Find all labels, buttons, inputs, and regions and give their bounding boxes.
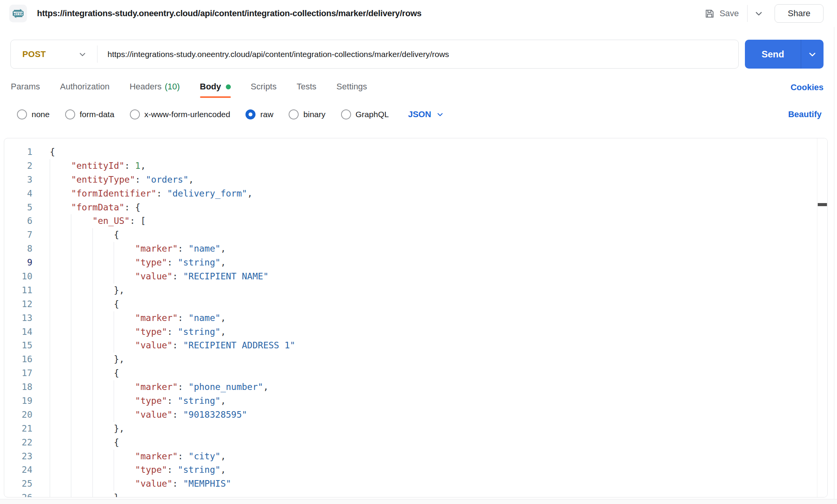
indent-guide xyxy=(92,256,93,270)
code-text: "type": "string", xyxy=(50,463,226,477)
code-text: "formData": { xyxy=(50,201,140,215)
body-language-select[interactable]: JSON xyxy=(408,109,444,119)
indent-guide xyxy=(71,311,71,325)
code-line: 26 }, xyxy=(4,491,827,497)
line-number: 15 xyxy=(4,339,32,353)
mode-label: none xyxy=(32,110,50,119)
body-mode-binary[interactable]: binary xyxy=(289,109,325,119)
code-line: 25 "value": "MEMPHIS" xyxy=(4,477,827,491)
indent-guide xyxy=(71,463,71,477)
send-label[interactable]: Send xyxy=(745,40,801,69)
indent-guide xyxy=(114,242,114,256)
indent-guide xyxy=(71,353,71,366)
tab-label: Scripts xyxy=(251,82,277,92)
code-text: "value": "RECIPIENT NAME" xyxy=(50,270,269,284)
body-mode-raw[interactable]: raw xyxy=(245,109,273,119)
method-chevron-down-icon xyxy=(78,50,87,59)
indent-guide xyxy=(92,491,93,497)
code-text: "value": "9018328595" xyxy=(50,408,247,422)
indent-guide xyxy=(71,422,71,436)
tab-label: Params xyxy=(11,82,40,92)
code-line: 20 "value": "9018328595" xyxy=(4,408,827,422)
tab-authorization[interactable]: Authorization xyxy=(60,79,109,96)
body-raw-editor[interactable]: 1{2 "entityId": 1,3 "entityType": "order… xyxy=(4,138,828,497)
request-url-input[interactable]: https://integrations-study.oneentry.clou… xyxy=(108,50,449,59)
indent-guide xyxy=(50,450,50,464)
code-lines[interactable]: 1{2 "entityId": 1,3 "entityType": "order… xyxy=(4,138,827,497)
share-button[interactable]: Share xyxy=(775,4,824,23)
code-line: 21 }, xyxy=(4,422,827,436)
editor-scrollbar-track xyxy=(817,138,827,497)
code-line: 5 "formData": { xyxy=(4,201,827,215)
indent-guide xyxy=(114,339,114,353)
method-selector[interactable]: POST xyxy=(11,49,97,59)
indent-guide xyxy=(71,325,71,339)
code-text: "entityId": 1, xyxy=(50,159,146,173)
indent-guide xyxy=(50,187,50,201)
request-builder-row: POST https://integrations-study.oneentry… xyxy=(10,40,824,69)
line-number: 17 xyxy=(4,366,32,380)
window-scroll-edge xyxy=(834,0,834,504)
send-options-chevron-down-icon[interactable] xyxy=(801,40,824,69)
indent-guide xyxy=(50,270,50,284)
indent-guide xyxy=(92,284,93,297)
http-request-icon: HTTP xyxy=(9,5,27,22)
indent-guide xyxy=(50,394,50,408)
indent-guide xyxy=(71,380,71,394)
beautify-link[interactable]: Beautify xyxy=(788,109,822,119)
code-text: }, xyxy=(50,353,124,366)
code-line: 13 "marker": "name", xyxy=(4,311,827,325)
indent-guide xyxy=(50,228,50,242)
line-number: 1 xyxy=(4,145,32,159)
line-number: 20 xyxy=(4,408,32,422)
request-tabs: ParamsAuthorizationHeaders(10)BodyScript… xyxy=(0,79,837,96)
code-text: { xyxy=(50,436,119,450)
indent-guide xyxy=(50,173,50,187)
tab-headers[interactable]: Headers(10) xyxy=(129,79,180,96)
code-line: 10 "value": "RECIPIENT NAME" xyxy=(4,270,827,284)
send-button[interactable]: Send xyxy=(745,40,824,69)
indent-guide xyxy=(92,270,93,284)
indent-guide xyxy=(92,311,93,325)
body-mode-none[interactable]: none xyxy=(17,109,50,119)
code-line: 14 "type": "string", xyxy=(4,325,827,339)
indent-guide xyxy=(114,477,114,491)
indent-guide xyxy=(50,491,50,497)
code-line: 19 "type": "string", xyxy=(4,394,827,408)
indent-guide xyxy=(114,325,114,339)
indent-guide xyxy=(92,297,93,311)
code-text: { xyxy=(50,366,119,380)
tab-params[interactable]: Params xyxy=(11,79,40,96)
indent-guide xyxy=(50,408,50,422)
indent-guide xyxy=(71,477,71,491)
save-button[interactable]: Save xyxy=(704,8,739,19)
radio-icon xyxy=(245,109,255,119)
code-text: "en_US": [ xyxy=(50,214,146,228)
code-text: { xyxy=(50,228,119,242)
indent-guide xyxy=(50,353,50,366)
indent-guide xyxy=(50,436,50,450)
tab-body[interactable]: Body xyxy=(200,79,231,96)
indent-guide xyxy=(92,325,93,339)
cookies-link[interactable]: Cookies xyxy=(790,82,824,92)
code-line: 18 "marker": "phone_number", xyxy=(4,380,827,394)
tab-settings[interactable]: Settings xyxy=(336,79,367,96)
line-number: 9 xyxy=(4,256,32,270)
line-number: 12 xyxy=(4,297,32,311)
tab-scripts[interactable]: Scripts xyxy=(251,79,277,96)
indent-guide xyxy=(71,450,71,464)
tab-tests[interactable]: Tests xyxy=(297,79,316,96)
code-text: "value": "RECIPIENT ADDRESS 1" xyxy=(50,339,295,353)
body-mode-form-data[interactable]: form-data xyxy=(65,109,114,119)
save-options-chevron-down-icon[interactable] xyxy=(754,8,764,18)
body-mode-x-www-form-urlencoded[interactable]: x-www-form-urlencoded xyxy=(130,109,230,119)
url-box: POST https://integrations-study.oneentry… xyxy=(10,40,739,69)
code-text: }, xyxy=(50,284,124,297)
indent-guide xyxy=(71,284,71,297)
body-mode-graphql[interactable]: GraphQL xyxy=(341,109,389,119)
code-line: 22 { xyxy=(4,436,827,450)
editor-scrollbar-thumb[interactable] xyxy=(818,203,827,206)
body-language-label: JSON xyxy=(408,109,431,119)
headers-count-badge: (10) xyxy=(165,82,180,92)
indent-guide xyxy=(71,242,71,256)
